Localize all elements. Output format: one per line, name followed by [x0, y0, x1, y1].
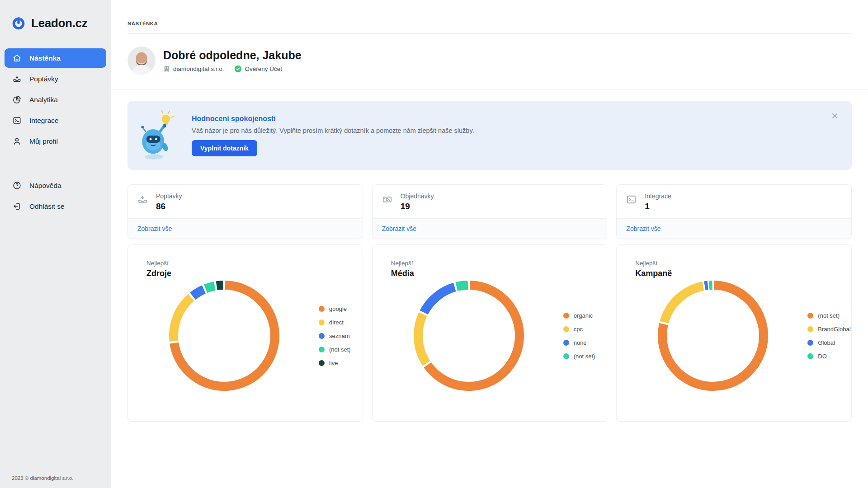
chart-card-header: Nejlepší Kampaně	[617, 245, 851, 278]
satisfaction-banner: Hodnocení spokojenosti Váš názor je pro …	[127, 101, 852, 170]
fill-survey-button[interactable]: Vyplnit dotazník	[192, 140, 257, 156]
chart-title: Média	[391, 269, 607, 278]
stat-value: 86	[156, 202, 182, 211]
legend-item[interactable]: none	[563, 339, 595, 346]
chart-card-header: Nejlepší Média	[373, 245, 607, 278]
chart-title: Kampaně	[635, 269, 851, 278]
stat-value: 19	[401, 202, 434, 211]
building-icon	[163, 66, 170, 72]
robot-mascot-illustration	[137, 110, 180, 161]
sidebar-item-nastenka[interactable]: Nástěnka	[5, 48, 106, 68]
chart-cards-row: Nejlepší Zdroje google direct seznam (no…	[127, 244, 852, 422]
sidebar-nav-secondary: Nápověda Odhlásit se	[0, 176, 111, 216]
terminal-icon	[626, 194, 637, 211]
stat-card-poptávky: Poptávky 86 Zobrazit vše	[127, 184, 363, 239]
brand-logo[interactable]: Leadon.cz	[0, 0, 111, 30]
sidebar-item-muj-profil[interactable]: Můj profil	[5, 131, 106, 151]
legend-label: BrandGlobal	[818, 326, 850, 333]
legend-item[interactable]: live	[319, 360, 351, 366]
verified-badge: Ověřený Účet	[234, 65, 283, 73]
sidebar-item-label: Nápověda	[29, 182, 61, 190]
sidebar-item-odhlasit-se[interactable]: Odhlásit se	[5, 197, 106, 216]
banner-message: Váš názor je pro nás důležitý. Vyplňte p…	[192, 127, 474, 134]
show-all-link[interactable]: Zobrazit vše	[137, 225, 172, 232]
show-all-link[interactable]: Zobrazit vše	[626, 225, 660, 232]
inbox-icon	[12, 74, 22, 84]
greeting-texts: Dobré odpoledne, Jakube	[163, 49, 302, 73]
legend-color-dot	[807, 313, 813, 319]
legend-label: direct	[329, 319, 344, 326]
stat-label: Objednávky	[401, 192, 434, 200]
chart-subtitle: Nejlepší	[635, 260, 851, 267]
legend-label: none	[574, 339, 587, 346]
sidebar-nav-primary: Nástěnka Poptávky Analytika Integrace Mů…	[0, 48, 111, 151]
legend-color-dot	[807, 326, 813, 332]
donut-chart	[656, 279, 769, 392]
stat-card-objednávky: Objednávky 19 Zobrazit vše	[372, 184, 608, 239]
stat-label: Integrace	[645, 192, 671, 200]
sidebar-item-poptavky[interactable]: Poptávky	[5, 69, 106, 89]
legend-color-dot	[807, 340, 813, 346]
stat-card-integrace: Integrace 1 Zobrazit vše	[616, 184, 852, 239]
stat-texts: Integrace 1	[645, 192, 671, 211]
logout-icon	[12, 202, 22, 211]
legend-color-dot	[319, 360, 325, 366]
stat-card-footer: Zobrazit vše	[128, 218, 363, 239]
donut-chart	[412, 279, 525, 392]
legend-item[interactable]: cpc	[563, 326, 595, 333]
chart-subtitle: Nejlepší	[146, 260, 363, 267]
sidebar-item-label: Poptávky	[29, 75, 58, 83]
greeting-title: Dobré odpoledne, Jakube	[163, 49, 302, 62]
stat-value: 1	[645, 202, 671, 211]
banner-texts: Hodnocení spokojenosti Váš názor je pro …	[192, 115, 474, 156]
legend-color-dot	[319, 347, 325, 352]
greeting-block: Dobré odpoledne, Jakube	[127, 34, 852, 89]
legend-label: Global	[818, 339, 835, 346]
sidebar-item-napoveda[interactable]: Nápověda	[5, 176, 106, 195]
legend-color-dot	[563, 340, 569, 346]
content: Hodnocení spokojenosti Váš názor je pro …	[111, 89, 868, 422]
banner-title: Hodnocení spokojenosti	[192, 115, 474, 123]
legend-item[interactable]: (not set)	[563, 353, 595, 360]
legend-item[interactable]: Global	[807, 339, 850, 346]
legend-color-dot	[319, 319, 325, 325]
sidebar-item-label: Můj profil	[29, 137, 58, 145]
legend-color-dot	[807, 353, 813, 359]
chart-card-header: Nejlepší Zdroje	[128, 245, 363, 278]
copyright-text: 2023 © diamondigital s.r.o.	[12, 475, 73, 481]
stat-card-footer: Zobrazit vše	[373, 218, 607, 239]
breadcrumb: NÁSTĚNKA	[127, 0, 852, 26]
sidebar-item-integrace[interactable]: Integrace	[5, 111, 106, 130]
chart-subtitle: Nejlepší	[391, 260, 607, 267]
show-all-link[interactable]: Zobrazit vše	[382, 225, 416, 232]
stat-card-body: Objednávky 19	[373, 185, 607, 218]
legend-item[interactable]: direct	[319, 319, 351, 326]
legend-item[interactable]: BrandGlobal	[807, 326, 850, 333]
page-header: NÁSTĚNKA Dobré odpoledne, Jakube	[111, 0, 868, 89]
legend-label: google	[329, 305, 347, 312]
chart-card-body: google direct seznam (not set) live	[128, 279, 363, 392]
legend-color-dot	[563, 353, 569, 359]
legend-item[interactable]: (not set)	[807, 312, 850, 319]
stat-card-footer: Zobrazit vše	[617, 218, 851, 239]
chart-legend: organic cpc none (not set)	[563, 312, 595, 360]
inbox-icon	[137, 194, 148, 211]
legend-label: (not set)	[818, 312, 840, 319]
legend-item[interactable]: DO	[807, 353, 850, 360]
chart-card-zdroje: Nejlepší Zdroje google direct seznam (no…	[127, 244, 363, 422]
legend-item[interactable]: seznam	[319, 333, 351, 339]
donut-chart	[168, 279, 281, 392]
avatar	[127, 47, 156, 75]
stat-card-body: Poptávky 86	[128, 185, 363, 218]
company-meta: diamondigital s.r.o.	[163, 66, 224, 72]
legend-label: (not set)	[329, 346, 351, 353]
sidebar-item-analytika[interactable]: Analytika	[5, 90, 106, 109]
banner-close-icon[interactable]	[831, 113, 838, 119]
legend-item[interactable]: (not set)	[319, 346, 351, 353]
legend-color-dot	[563, 313, 569, 319]
power-logo-icon	[12, 17, 25, 30]
verified-label: Ověřený Účet	[245, 66, 283, 72]
legend-item[interactable]: organic	[563, 312, 595, 319]
legend-item[interactable]: google	[319, 305, 351, 312]
chart-title: Zdroje	[146, 269, 363, 278]
